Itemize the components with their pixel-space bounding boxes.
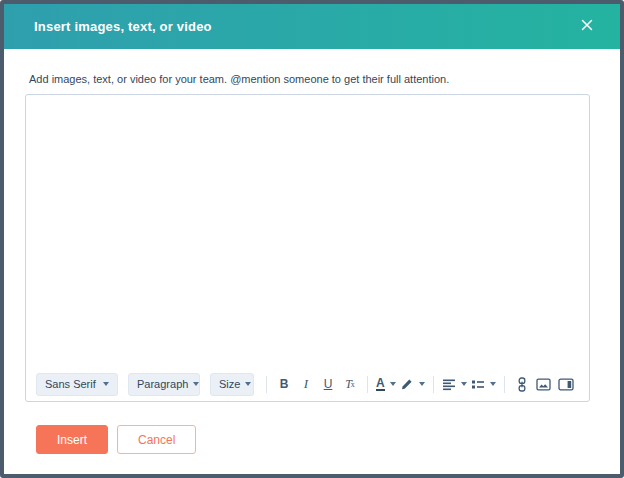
clear-formatting-button[interactable]: Tx — [340, 373, 360, 395]
modal-title: Insert images, text, or video — [34, 19, 576, 34]
caret-down-icon — [245, 382, 251, 386]
font-color-icon: A — [376, 377, 385, 391]
alignment-dropdown[interactable] — [441, 373, 468, 395]
font-color-button[interactable]: A — [375, 373, 397, 395]
bold-button[interactable]: B — [274, 373, 294, 395]
rich-text-editor: Sans Serif Paragraph Size B I — [25, 94, 590, 402]
cancel-button[interactable]: Cancel — [117, 425, 196, 454]
italic-button[interactable]: I — [296, 373, 316, 395]
editor-toolbar: Sans Serif Paragraph Size B I — [36, 372, 583, 396]
insert-video-button[interactable] — [556, 373, 576, 395]
modal-footer: Insert Cancel — [36, 425, 590, 454]
paragraph-style-dropdown[interactable]: Paragraph — [128, 373, 200, 396]
caret-down-icon — [419, 382, 425, 386]
font-size-value: Size — [219, 378, 240, 390]
instruction-text: Add images, text, or video for your team… — [29, 73, 590, 85]
toolbar-separator — [367, 376, 368, 393]
bold-icon: B — [280, 377, 289, 391]
caret-down-icon — [461, 382, 467, 386]
insert-media-modal: Insert images, text, or video Add images… — [0, 0, 624, 478]
caret-down-icon — [390, 382, 396, 386]
caret-down-icon — [193, 382, 199, 386]
toolbar-separator — [433, 376, 434, 393]
image-icon — [536, 378, 551, 391]
insert-link-button[interactable] — [512, 373, 532, 395]
highlighter-pen-icon — [400, 377, 414, 391]
font-size-dropdown[interactable]: Size — [210, 373, 254, 396]
underline-icon: U — [324, 377, 333, 391]
video-icon — [558, 378, 574, 391]
caret-down-icon — [490, 382, 496, 386]
paragraph-style-value: Paragraph — [137, 378, 188, 390]
editor-input-area[interactable] — [26, 95, 589, 365]
toolbar-separator — [504, 376, 505, 393]
caret-down-icon — [103, 382, 109, 386]
underline-button[interactable]: U — [318, 373, 338, 395]
italic-icon: I — [304, 376, 308, 392]
font-family-value: Sans Serif — [45, 378, 96, 390]
close-button[interactable] — [576, 16, 598, 38]
toolbar-separator — [266, 376, 267, 393]
list-style-dropdown[interactable] — [470, 373, 497, 395]
insert-image-button[interactable] — [534, 373, 554, 395]
highlight-color-button[interactable] — [399, 373, 426, 395]
align-left-icon — [442, 378, 456, 391]
link-icon — [518, 377, 526, 392]
modal-header: Insert images, text, or video — [4, 4, 620, 49]
insert-button[interactable]: Insert — [36, 425, 108, 454]
font-family-dropdown[interactable]: Sans Serif — [36, 373, 118, 396]
bullet-list-icon — [471, 378, 485, 391]
modal-body: Add images, text, or video for your team… — [4, 49, 620, 474]
close-icon — [580, 18, 594, 35]
